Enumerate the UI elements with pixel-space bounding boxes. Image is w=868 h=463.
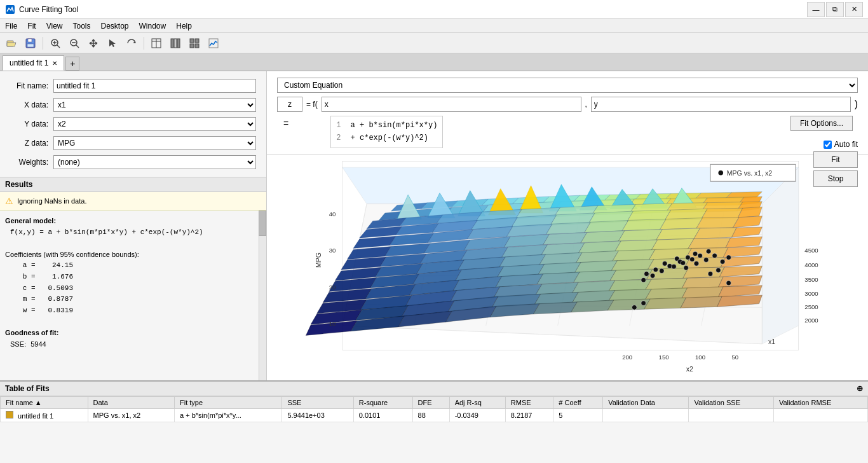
svg-marker-189 [571,300,614,312]
table-header: Fit name ▲ Data Fit type SSE R-square DF… [1,397,868,409]
fit-color-indicator [6,411,13,418]
menu-view[interactable]: View [41,20,68,32]
zoom-in-button[interactable] [46,35,64,52]
tab-close-button[interactable]: ✕ [52,60,57,67]
sse-label: SSE: [10,340,26,348]
left-panel: Fit name: X data: x1 Y data: x2 Z data: … [0,71,267,380]
data-cursor-button[interactable] [104,35,121,52]
maximize-button[interactable]: ⧉ [826,2,844,17]
separator-1 [43,37,43,50]
cell-validation-rmse [773,409,867,422]
model-header: General model: [5,216,261,227]
col-r-square[interactable]: R-square [353,397,412,409]
ydata-row: Y data: x2 [10,117,256,131]
scrollbar-thumb[interactable] [259,211,266,236]
plot-button[interactable] [205,35,222,52]
cell-n-coeff: 5 [553,409,603,422]
zdata-row: Z data: MPG [10,136,256,150]
equation-type-select[interactable]: Custom Equation [277,78,858,93]
col-fit-type[interactable]: Fit type [175,397,282,409]
fits-table: Fit name ▲ Data Fit type SSE R-square DF… [0,396,868,422]
xdata-select[interactable]: x1 [53,98,256,112]
svg-point-201 [693,251,698,256]
ydata-select[interactable]: x2 [53,117,256,131]
tile-view-button[interactable] [186,35,203,52]
x-input[interactable] [322,97,581,112]
line-num-2: 2 [336,134,341,142]
fit-button[interactable]: Fit [813,151,858,168]
svg-point-196 [662,261,667,266]
warning-text: Ignoring NaNs in data. [17,197,86,205]
equation-code-block[interactable]: 1 a + b*sin(m*pi*x*y) 2 + c*exp(-(w*y)^2… [330,116,443,148]
col-validation-rmse[interactable]: Validation RMSE [773,397,867,409]
svg-rect-3 [28,39,32,42]
legend-label: MPG vs. x1, x2 [727,169,772,176]
svg-point-213 [712,253,717,258]
svg-rect-18 [190,39,194,43]
fit-options-row: Fit Options... [790,116,858,131]
col-dfe[interactable]: DFE [412,397,449,409]
code-2: + c*exp(-(w*y)^2) [351,134,428,142]
fit-name-input[interactable] [53,79,256,93]
menu-help[interactable]: Help [171,20,197,32]
svg-point-214 [720,259,725,264]
svg-marker-115 [694,228,736,238]
fit-options-button[interactable]: Fit Options... [790,116,853,131]
zdata-select[interactable]: MPG [53,136,256,150]
sse-value: 5944 [31,340,46,348]
table-view-button[interactable] [147,35,165,52]
menu-desktop[interactable]: Desktop [96,20,134,32]
separator-2 [144,37,144,50]
zoom-out-button[interactable] [65,35,83,52]
coeff-header: Coefficients (with 95% confidence bounds… [5,249,261,261]
right-panel: Custom Equation z = f( , ) = 1 a + b*sin… [267,71,868,380]
weights-select[interactable]: (none) [53,155,256,169]
weights-label: Weights: [10,158,48,167]
col-rmse[interactable]: RMSE [505,397,553,409]
column-view-button[interactable] [166,35,184,52]
pan-button[interactable] [85,35,102,52]
collapse-button[interactable]: ⊕ [857,384,863,393]
col-n-coeff[interactable]: # Coeff [553,397,603,409]
menu-window[interactable]: Window [134,20,172,32]
svg-marker-191 [644,298,686,309]
col-sse[interactable]: SSE [282,397,353,409]
tab-untitled-fit-1[interactable]: untitled fit 1 ✕ [3,55,64,71]
y-input[interactable] [591,97,851,112]
menu-fit[interactable]: Fit [22,20,41,32]
svg-marker-126 [688,238,731,249]
minimize-button[interactable]: — [807,2,825,17]
save-button[interactable] [22,35,39,52]
close-button[interactable]: ✕ [845,2,863,17]
menu-file[interactable]: File [0,20,22,32]
coefficient-list: a = 24.15 b = 1.676 c = 0.5093 m = 0.878… [10,260,261,316]
svg-rect-22 [209,39,218,48]
table-row[interactable]: untitled fit 1 MPG vs. x1, x2 a + b*sin(… [1,409,868,422]
toolbar [0,33,868,53]
add-tab-button[interactable]: + [65,57,79,71]
fit-name-label: Fit name: [10,81,48,90]
open-file-button[interactable] [3,35,20,52]
col-data[interactable]: Data [88,397,174,409]
svg-marker-156 [574,270,616,282]
plot-canvas: MPG 2000 2500 3000 3500 4000 4500 x1 200… [267,155,868,380]
tab-label: untitled fit 1 [10,59,48,67]
title-bar-text: Curve Fitting Tool [19,5,78,14]
ydata-label: Y data: [10,120,48,128]
col-validation-data[interactable]: Validation Data [603,397,689,409]
xdata-row: X data: x1 [10,98,256,112]
x-axis-value-2500: 2500 [804,303,818,310]
col-adj-r-sq[interactable]: Adj R-sq [449,397,505,409]
svg-point-208 [698,253,703,258]
z-axis-label: MPG [315,252,322,268]
z-variable-box: z [277,97,302,112]
auto-fit-checkbox[interactable] [824,141,832,149]
plot-area[interactable]: MPG 2000 2500 3000 3500 4000 4500 x1 200… [267,155,868,380]
stop-button[interactable]: Stop [813,170,858,187]
results-scrollbar[interactable] [259,211,266,380]
col-validation-sse[interactable]: Validation SSE [689,397,773,409]
rotate-button[interactable] [123,35,140,52]
menu-tools[interactable]: Tools [67,20,95,32]
x-axis-value-3500: 3500 [804,276,818,283]
col-fit-name[interactable]: Fit name ▲ [1,397,88,409]
